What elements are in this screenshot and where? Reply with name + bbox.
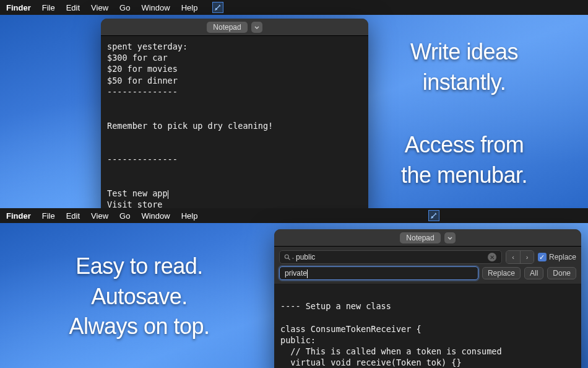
- menu-file[interactable]: File: [42, 3, 55, 12]
- window-title[interactable]: Notepad: [207, 22, 247, 33]
- menubar-bottom: Finder File Edit View Go Window Help: [0, 208, 588, 223]
- menubar-app-name[interactable]: Finder: [6, 3, 31, 12]
- find-prev-button[interactable]: ‹: [506, 251, 520, 263]
- menubar-app-name[interactable]: Finder: [6, 211, 31, 221]
- promo-text-features: Easy to read. Autosave. Always on top.: [34, 252, 244, 342]
- menu-view[interactable]: View: [91, 211, 108, 221]
- editor-textarea-top[interactable]: spent yesterday: $300 for car $20 for mo…: [101, 36, 368, 216]
- window-title[interactable]: Notepad: [400, 232, 440, 243]
- promo-panel-bottom: Finder File Edit View Go Window Help Eas…: [0, 208, 588, 368]
- notepad-menubar-icon[interactable]: [212, 2, 223, 13]
- notepad-window-bottom: Notepad ⌄ public ✕ ‹ › ✓ Replace: [274, 229, 581, 368]
- menu-file[interactable]: File: [42, 211, 55, 221]
- search-value: public: [296, 253, 315, 261]
- menu-window[interactable]: Window: [141, 3, 170, 12]
- menu-view[interactable]: View: [91, 3, 108, 12]
- title-dropdown-icon[interactable]: [251, 22, 262, 33]
- promo-panel-top: Finder File Edit View Go Window Help Wri…: [0, 0, 588, 208]
- search-field[interactable]: ⌄ public ✕: [279, 250, 502, 264]
- clear-search-icon[interactable]: ✕: [488, 253, 496, 261]
- find-replace-bar: ⌄ public ✕ ‹ › ✓ Replace private Replace: [274, 247, 581, 284]
- replace-value: private: [285, 269, 307, 278]
- promo-text-write-ideas: Write ideasinstantly.: [371, 37, 557, 97]
- menu-help[interactable]: Help: [181, 211, 198, 221]
- checkbox-checked-icon[interactable]: ✓: [538, 253, 547, 261]
- promo-text-access-menubar: Access fromthe menubar.: [365, 130, 563, 190]
- menu-go[interactable]: Go: [119, 211, 130, 221]
- notepad-window-top: Notepad spent yesterday: $300 for car $2…: [101, 19, 368, 216]
- menu-edit[interactable]: Edit: [66, 3, 80, 12]
- search-icon: [283, 253, 291, 261]
- replace-all-button[interactable]: All: [524, 267, 543, 279]
- search-options-chevron-icon[interactable]: ⌄: [291, 255, 295, 260]
- svg-point-0: [285, 255, 288, 258]
- replace-button[interactable]: Replace: [482, 267, 521, 279]
- replace-toggle[interactable]: ✓ Replace: [538, 253, 576, 261]
- menubar-top: Finder File Edit View Go Window Help: [0, 0, 588, 15]
- replace-toggle-label: Replace: [549, 253, 576, 261]
- find-nav-buttons: ‹ ›: [506, 250, 534, 264]
- menu-window[interactable]: Window: [141, 211, 170, 221]
- menu-go[interactable]: Go: [119, 3, 130, 12]
- find-next-button[interactable]: ›: [520, 251, 534, 263]
- notepad-menubar-icon[interactable]: [428, 210, 439, 221]
- replace-field[interactable]: private: [279, 266, 478, 280]
- menu-edit[interactable]: Edit: [66, 211, 80, 221]
- title-dropdown-icon[interactable]: [444, 232, 456, 243]
- window-titlebar[interactable]: Notepad: [274, 229, 581, 247]
- done-button[interactable]: Done: [547, 267, 576, 279]
- editor-textarea-bottom[interactable]: ---- Setup a new class class ConsumeToke…: [274, 284, 581, 368]
- window-titlebar[interactable]: Notepad: [101, 19, 368, 36]
- menu-help[interactable]: Help: [181, 3, 198, 12]
